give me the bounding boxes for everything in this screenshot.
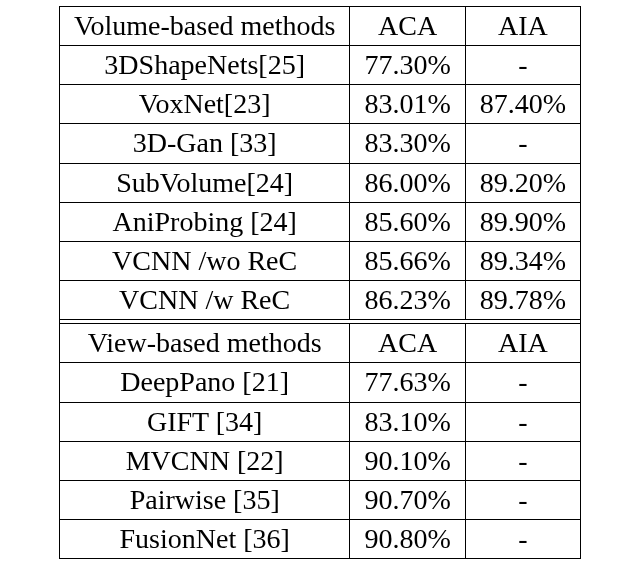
table-row: VCNN /wo ReC 85.66% 89.34% — [59, 241, 580, 280]
cell-aca: 90.80% — [350, 520, 465, 559]
cell-aia: - — [465, 520, 580, 559]
table-row: 3DShapeNets[25] 77.30% - — [59, 46, 580, 85]
cell-aia: 89.20% — [465, 163, 580, 202]
cell-aca: 83.01% — [350, 85, 465, 124]
table-row: MVCNN [22] 90.10% - — [59, 441, 580, 480]
cell-aca: 90.70% — [350, 480, 465, 519]
cell-method: VCNN /w ReC — [59, 281, 350, 320]
table-row: AniProbing [24] 85.60% 89.90% — [59, 202, 580, 241]
results-table: Volume-based methods ACA AIA 3DShapeNets… — [59, 6, 581, 559]
cell-aia: 89.34% — [465, 241, 580, 280]
cell-aca: 83.30% — [350, 124, 465, 163]
header-aia: AIA — [465, 324, 580, 363]
table-row: VCNN /w ReC 86.23% 89.78% — [59, 281, 580, 320]
header-view-methods: View-based methods — [59, 324, 350, 363]
cell-method: SubVolume[24] — [59, 163, 350, 202]
cell-aia: 89.78% — [465, 281, 580, 320]
cell-method: MVCNN [22] — [59, 441, 350, 480]
cell-aia: 87.40% — [465, 85, 580, 124]
header-aia: AIA — [465, 7, 580, 46]
cell-aca: 86.00% — [350, 163, 465, 202]
table-row: VoxNet[23] 83.01% 87.40% — [59, 85, 580, 124]
cell-aia: - — [465, 402, 580, 441]
cell-method: DeepPano [21] — [59, 363, 350, 402]
header-row-volume: Volume-based methods ACA AIA — [59, 7, 580, 46]
table-row: 3D-Gan [33] 83.30% - — [59, 124, 580, 163]
table-row: GIFT [34] 83.10% - — [59, 402, 580, 441]
cell-aca: 83.10% — [350, 402, 465, 441]
cell-method: 3D-Gan [33] — [59, 124, 350, 163]
cell-method: 3DShapeNets[25] — [59, 46, 350, 85]
cell-method: FusionNet [36] — [59, 520, 350, 559]
cell-method: Pairwise [35] — [59, 480, 350, 519]
cell-method: AniProbing [24] — [59, 202, 350, 241]
cell-aca: 77.30% — [350, 46, 465, 85]
header-aca: ACA — [350, 7, 465, 46]
cell-aia: 89.90% — [465, 202, 580, 241]
table-row: DeepPano [21] 77.63% - — [59, 363, 580, 402]
cell-method: GIFT [34] — [59, 402, 350, 441]
table-row: Pairwise [35] 90.70% - — [59, 480, 580, 519]
cell-aia: - — [465, 480, 580, 519]
cell-aia: - — [465, 46, 580, 85]
cell-aca: 85.66% — [350, 241, 465, 280]
header-aca: ACA — [350, 324, 465, 363]
header-row-view: View-based methods ACA AIA — [59, 324, 580, 363]
cell-aca: 85.60% — [350, 202, 465, 241]
header-volume-methods: Volume-based methods — [59, 7, 350, 46]
cell-aca: 77.63% — [350, 363, 465, 402]
cell-method: VCNN /wo ReC — [59, 241, 350, 280]
cell-aia: - — [465, 363, 580, 402]
table-row: FusionNet [36] 90.80% - — [59, 520, 580, 559]
cell-aia: - — [465, 441, 580, 480]
cell-aia: - — [465, 124, 580, 163]
cell-aca: 90.10% — [350, 441, 465, 480]
cell-method: VoxNet[23] — [59, 85, 350, 124]
cell-aca: 86.23% — [350, 281, 465, 320]
table-row: SubVolume[24] 86.00% 89.20% — [59, 163, 580, 202]
